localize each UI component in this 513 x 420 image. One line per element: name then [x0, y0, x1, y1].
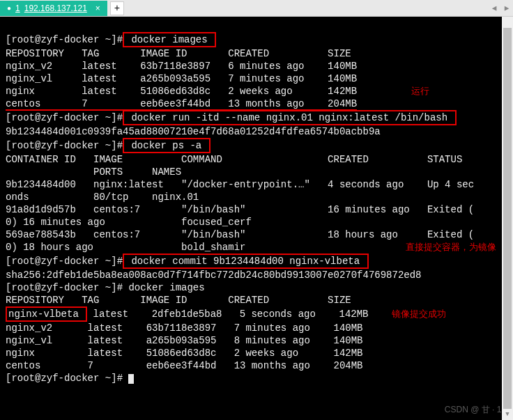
active-tab[interactable]: ● 1 192.168.137.121 ×	[0, 1, 107, 16]
scrollbar-thumb[interactable]	[503, 28, 512, 409]
run-output: 9b1234484d001c0939fa45ad88007210e4f7d68a…	[6, 126, 381, 137]
close-icon[interactable]: ×	[95, 3, 100, 13]
images-row: nginx_vl latest a265b093a595 8 minutes a…	[6, 335, 362, 346]
annotation-success: 镜像提交成功	[392, 309, 446, 319]
cmd-docker-images2: docker images	[123, 282, 205, 293]
prompt: [root@zyf-docker ~]#	[6, 112, 123, 123]
tab-status-dot: ●	[7, 4, 11, 12]
prompt: [root@zyf-docker ~]#	[6, 282, 123, 293]
ps-row: 0) 18 hours ago bold_shamir	[6, 242, 245, 253]
ps-header: CONTAINER ID IMAGE COMMAND CREATED STATU…	[6, 154, 462, 165]
cmd-docker-run: docker run -itd --name nginx.01 nginx:la…	[123, 110, 456, 125]
tab-scroll-arrows: ◀ ▶	[488, 1, 513, 16]
ps-row: 569ae788543b centos:7 "/bin/bash" 18 hou…	[6, 229, 474, 240]
scrollbar[interactable]: ▲ ▼	[502, 17, 513, 420]
images-row-rest: latest 2dfeb1de5ba8 5 seconds ago 142MB	[87, 309, 368, 320]
watermark: CSDN @ 甘 · 11	[445, 403, 506, 416]
cmd-docker-images: docker images	[123, 32, 216, 47]
images-header: REPOSITORY TAG IMAGE ID CREATED SIZE	[6, 48, 351, 59]
prompt: [root@zyf-docker ~]#	[6, 256, 123, 267]
scroll-left-icon[interactable]: ◀	[488, 1, 500, 16]
images-row: centos 7 eeb6ee3f44bd 13 months ago 204M…	[6, 98, 357, 111]
images-row: nginx_vl latest a265b093a595 7 minutes a…	[6, 73, 357, 84]
prompt: [root@zyf-docker ~]#	[6, 373, 123, 384]
scrollbar-down-icon[interactable]: ▼	[502, 409, 513, 420]
cmd-docker-commit: docker commit 9b1234484d00 nginx-vlbeta	[123, 254, 368, 269]
images-row: nginx_v2 latest 63b7118e3897 6 minutes a…	[6, 61, 357, 72]
prompt: [root@zyf-docker ~]#	[6, 34, 123, 45]
add-tab-button[interactable]: +	[110, 1, 124, 15]
ps-row: 0) 16 minutes ago focused_cerf	[6, 217, 252, 228]
ps-row: 91a8d1d9d57b centos:7 "/bin/bash" 16 min…	[6, 204, 474, 215]
terminal-output[interactable]: [root@zyf-docker ~]# docker images REPOS…	[0, 17, 513, 420]
images-row: nginx_v2 latest 63b7118e3897 7 minutes a…	[6, 322, 362, 334]
images-header: REPOSITORY TAG IMAGE ID CREATED SIZE	[6, 295, 351, 306]
cursor	[128, 374, 134, 384]
ps-header: PORTS NAMES	[6, 166, 181, 178]
cmd-docker-ps: docker ps -a	[123, 138, 210, 153]
images-row-new: nginx-vlbeta	[6, 306, 87, 322]
annotation-run: 运行	[411, 85, 429, 98]
ps-row: onds 80/tcp nginx.01	[6, 192, 199, 203]
annotation-commit: 直接提交容器，为镜像	[406, 241, 496, 254]
ps-row: 9b1234484d00 nginx:latest "/docker-entry…	[6, 179, 474, 190]
commit-output: sha256:2dfeb1de5ba8ea008ac0d7f714fbc772d…	[6, 270, 422, 281]
images-row: nginx latest 51086ed63d8c 2 weeks ago 14…	[6, 348, 362, 359]
images-row: nginx latest 51086ed63d8c 2 weeks ago 14…	[6, 86, 357, 97]
tab-title: 192.168.137.121	[24, 3, 87, 13]
scroll-right-icon[interactable]: ▶	[500, 1, 513, 16]
prompt: [root@zyf-docker ~]#	[6, 140, 123, 151]
tab-number: 1	[15, 3, 20, 13]
tab-bar: ● 1 192.168.137.121 × + ◀ ▶	[0, 0, 513, 17]
images-row: centos 7 eeb6ee3f44bd 13 months ago 204M…	[6, 360, 362, 371]
